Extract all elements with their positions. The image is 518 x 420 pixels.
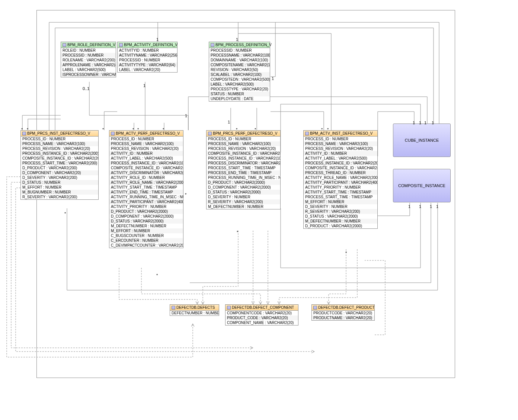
entity-field[interactable]: ACTIVITYNAME : VARCHAR2(256) [118,53,177,58]
entity-field[interactable]: PROCESS_NAME : VARCHAR2(100) [109,141,183,146]
entity-actvPerf[interactable]: BPM_ACTV_PERF_DEFECTRESO_VPROCESS_ID : N… [109,130,183,248]
entity-field[interactable]: ACTIVITY_ID : NUMBER [304,151,377,156]
entity-field[interactable]: M_EFFORT : NUMBER [304,199,377,204]
entity-field[interactable]: PRODUCTCODE : VARCHAR2(20) [312,311,374,315]
entity-field[interactable]: ACTIVITY_ROLE_NAME : VARCHAR2(200) [109,180,183,185]
entity-roleDef[interactable]: BPM_ROLE_DEFINITION_VROLEID : NUMBERPROC… [61,42,116,77]
entity-field[interactable]: D_PRODUCT : VARCHAR2(2000) [109,209,183,214]
entity-field[interactable]: D_STATUS : VARCHAR2(2000) [207,190,280,195]
entity-field[interactable]: D_STATUS : VARCHAR2(2000) [304,214,377,219]
entity-field[interactable]: LABEL : VARCHAR2(20) [118,67,177,72]
entity-field[interactable]: ACTIVITY_PRIORITY : NUMBER [304,185,377,190]
entity-field[interactable]: LABEL : VARCHAR2(500) [209,82,270,87]
entity-prcsPerf[interactable]: BPM_PRCS_PERF_DEFECTRESO_VPROCESS_ID : N… [206,130,281,209]
entity-header[interactable]: BPM_ACTV_INST_DEFECTRESO_V [304,131,377,137]
entity-field[interactable]: PROCESS_NAME : VARCHAR2(100) [304,141,377,146]
entity-field[interactable]: PROCESS_START_TIME : VARCHAR2(200) [21,161,98,166]
entity-field[interactable]: ACTIVITY_RUNNING_TIME_IN_MSEC : NUM [109,195,183,199]
entity-header[interactable]: BPM_ACTIVITY_DEFINTION_V [118,42,177,48]
entity-field[interactable]: STATUS : NUMBER [209,92,270,96]
entity-field[interactable]: M_DEFECTNUMBER : NUMBER [304,219,377,224]
entity-field[interactable]: PROCESS_INSTANCE_ID : VARCHAR2(200) [304,161,377,166]
entity-field[interactable]: PROCESS_REVISION : VARCHAR2(20) [109,146,183,151]
entity-field[interactable]: M_DEFECTNUMBER : NUMBER [109,224,183,228]
entity-field[interactable]: PROCESS_NAME : VARCHAR2(100) [21,141,98,146]
entity-field[interactable]: C_ERCOUNTER : NUMBER [109,238,183,243]
entity-header[interactable]: DEFECTDB.DEFECT_COMPONENT [226,305,298,311]
entity-defectProduct[interactable]: DEFECTDB.DEFECT_PRODUCTPRODUCTCODE : VAR… [311,304,375,321]
reference-box-compositeInstance[interactable]: COMPOSITE_INSTANCE [393,169,451,202]
entity-field[interactable]: COMPONENT_NAME : VARCHAR2(20) [226,320,298,325]
entity-field[interactable]: ROLENAME : VARCHAR2(200) [61,58,116,62]
entity-field[interactable]: COMPONENTCODE : VARCHAR2(20) [226,311,298,315]
entity-field[interactable]: PROCESS_DISCRIMINATOR : VARCHAR2(2) [207,161,280,166]
entity-field[interactable]: COMPOSITE_INSTANCE_ID : VARCHAR2(2) [304,166,377,170]
entity-field[interactable]: PROCESS_ID : NUMBER [109,137,183,141]
entity-field[interactable]: M_EFFORT : NUMBER [21,185,98,190]
reference-box-cubeInstance[interactable]: CUBE_INSTANCE [393,124,451,157]
entity-field[interactable]: PROCESS_ID : NUMBER [207,137,280,141]
entity-field[interactable]: PROCESS_REVISION : VARCHAR2(20) [304,146,377,151]
entity-field[interactable]: D_COMPONENT : VARCHAR2(20) [21,170,98,175]
entity-field[interactable]: ACTIVITY_PARTICIPANT : VARCHAR2(400) [304,180,377,185]
entity-field[interactable]: ACTIVITY_START_TIME : TIMESTAMP [109,185,183,190]
entity-field[interactable]: R_SEVERITY : VARCHAR2(200) [207,199,280,204]
entity-field[interactable]: UNDEPLOYDATE : DATE [209,96,270,101]
entity-field[interactable]: C_DEVIMPACTCOUNTER : VARCHAR2(20) [109,243,183,248]
entity-field[interactable]: DOMAINNAME : VARCHAR2(100) [209,58,270,62]
entity-field[interactable]: ACTIVITY_ID : NUMBER [109,151,183,156]
entity-field[interactable]: PROCESS_REVISION : VARCHAR2(20) [207,146,280,151]
entity-field[interactable]: ROLEID : NUMBER [61,48,116,53]
entity-field[interactable]: D_STATUS : VARCHAR2(2000) [109,219,183,224]
entity-field[interactable]: ACTIVITY_PARTICIPANT : VARCHAR2(400) [109,199,183,204]
entity-field[interactable]: PROCESS_INSTANCE_ID : VARCHAR2(100) [109,161,183,166]
entity-field[interactable]: PROCESS_ID : NUMBER [304,137,377,141]
entity-field[interactable]: D_COMPONENT : VARCHAR2(2000) [207,185,280,190]
entity-field[interactable]: ACTIVITY_ROLE_NAME : VARCHAR2(200) [304,175,377,180]
entity-field[interactable]: PROCESS_INSTANCE_ID : VARCHAR2(100) [207,156,280,161]
entity-header[interactable]: DEFECTDB.DEFECT_PRODUCT [312,305,374,311]
entity-actvInst[interactable]: BPM_ACTV_INST_DEFECTRESO_VPROCESS_ID : N… [303,130,378,229]
entity-field[interactable]: PROCESS_ID : NUMBER [21,137,98,141]
entity-activityDef[interactable]: BPM_ACTIVITY_DEFINTION_VACTIVITYID : NUM… [117,42,178,73]
entity-field[interactable]: PROCESS_REVISION : VARCHAR2(20) [21,146,98,151]
entity-field[interactable]: PROCESS_THREAD_ID : NUMBER [304,170,377,175]
entity-header[interactable]: BPM_PRCS_PERF_DEFECTRESO_V [207,131,280,137]
entity-field[interactable]: M_EFFORT : NUMBER [109,228,183,233]
entity-field[interactable]: PROCESSID : NUMBER [118,58,177,62]
entity-field[interactable]: ACTIVITY_PRIORITY : NUMBER [109,204,183,209]
entity-processDef[interactable]: BPM_PROCESS_DEFINITION_VPROCESSID : NUMB… [209,42,270,102]
entity-header[interactable]: DEFECTDB.DEFECTS [170,305,219,311]
entity-field[interactable]: PRODUCT_CODE : VARCHAR2(20) [226,315,298,320]
entity-field[interactable]: D_PRODUCT : VARCHAR2(2000) [207,180,280,185]
entity-field[interactable]: ACTIVITY_ROLE_ID : NUMBER [109,175,183,180]
entity-field[interactable]: R_SEVERITY : VARCHAR2(200) [21,195,98,199]
entity-field[interactable]: PROCESS_START_TIME : TIMESTAMP [304,195,377,199]
entity-field[interactable]: ISPROCESSOWNER : VARCHAR2 [61,72,116,77]
entity-field[interactable]: D_PRODUCT : VARCHAR2(2000) [304,224,377,228]
entity-field[interactable]: D_SEVERITY : VARCHAR2(200) [21,175,98,180]
entity-field[interactable]: PROCESS_START_TIME : TIMESTAMP [207,166,280,170]
entity-field[interactable]: COMPOSITE_INSTANCE_ID : VARCHAR2(200) [21,156,98,161]
entity-field[interactable]: PRODUCTNAME : VARCHAR2(20) [312,315,374,320]
entity-field[interactable]: C_BUGSCOUNTER : NUMBER [109,233,183,238]
entity-defects[interactable]: DEFECTDB.DEFECTSDEFECTNUMBER : NUMBER [170,304,219,316]
entity-field[interactable]: PROCESS_INSTANCE_ID : VARCHAR2(200) [21,151,98,156]
entity-field[interactable]: ACTIVITY_END_TIME : TIMESTAMP [109,190,183,195]
entity-prcsInst[interactable]: BPM_PRCS_INST_DEFECTRESO_VPROCESS_ID : N… [20,130,99,200]
entity-field[interactable]: D_PRODUCT : VARCHAR2(200) [21,166,98,170]
entity-field[interactable]: ACTIVITY_DISCRIMINATOR : VARCHAR2(2) [109,170,183,175]
entity-field[interactable]: PROCESS_RUNNING_TIME_IN_MSEC : NUM [207,175,280,180]
entity-field[interactable]: LABEL : VARCHAR2(500) [61,67,116,72]
entity-field[interactable]: R_SEVERITY : VARCHAR2(200) [304,209,377,214]
entity-field[interactable]: D_SEVERITY : NUMBER [304,204,377,209]
entity-field[interactable]: D_COMPONENT : VARCHAR2(2000) [109,214,183,219]
entity-field[interactable]: COMPOSITE_INSTANCE_ID : VARCHAR2(2) [207,151,280,156]
entity-field[interactable]: M_DEFECTNUMBER : NUMBER [207,204,280,209]
entity-field[interactable]: DEFECTNUMBER : NUMBER [170,311,219,315]
entity-field[interactable]: ACTIVITYTYPE : VARCHAR2(64) [118,62,177,67]
entity-header[interactable]: BPM_ROLE_DEFINITION_V [61,42,116,48]
entity-field[interactable]: COMPOSITE_INSTANCE_ID : VARCHAR2(1) [109,166,183,170]
entity-field[interactable]: SCALABEL : VARCHAR2(100) [209,72,270,77]
entity-header[interactable]: BPM_ACTV_PERF_DEFECTRESO_V [109,131,183,137]
